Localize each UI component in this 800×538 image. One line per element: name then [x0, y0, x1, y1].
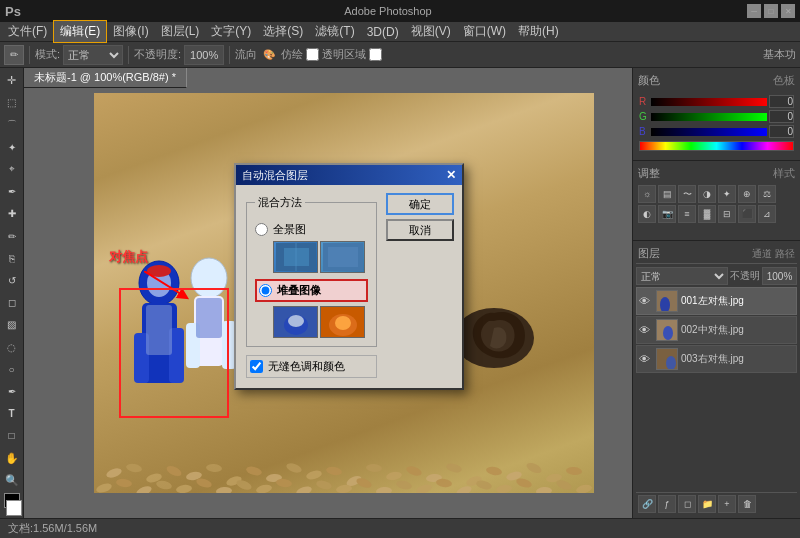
- style-title[interactable]: 样式: [773, 166, 795, 181]
- brush-tool[interactable]: ✏: [1, 225, 23, 246]
- g-label: G: [639, 111, 649, 122]
- marquee-tool[interactable]: ⬚: [1, 92, 23, 113]
- background-color[interactable]: [6, 500, 22, 516]
- stack-radio[interactable]: [259, 284, 272, 297]
- blur-tool[interactable]: ◌: [1, 336, 23, 357]
- posterize-icon[interactable]: ⬛: [738, 205, 756, 223]
- menu-3d[interactable]: 3D(D): [361, 23, 405, 41]
- lasso-tool[interactable]: ⌒: [1, 114, 23, 135]
- panorama-option[interactable]: 全景图: [255, 222, 368, 237]
- r-bar[interactable]: [651, 98, 767, 106]
- minimize-btn[interactable]: ─: [747, 4, 761, 18]
- svg-point-26: [135, 484, 153, 493]
- magic-wand-tool[interactable]: ✦: [1, 137, 23, 158]
- layer-visibility-3[interactable]: 👁: [639, 353, 653, 365]
- svg-point-79: [666, 356, 676, 370]
- exposure-icon[interactable]: ◑: [698, 185, 716, 203]
- layer-item[interactable]: 👁 001左对焦.jpg: [636, 287, 797, 315]
- gradient-tool[interactable]: ▨: [1, 314, 23, 335]
- crop-tool[interactable]: ⌖: [1, 159, 23, 180]
- layer-visibility-2[interactable]: 👁: [639, 324, 653, 336]
- g-value[interactable]: [769, 110, 794, 123]
- brightness-icon[interactable]: ☼: [638, 185, 656, 203]
- threshold-icon[interactable]: ⊿: [758, 205, 776, 223]
- layer-thumb-3: [656, 348, 678, 370]
- ok-button[interactable]: 确定: [386, 193, 454, 215]
- b-value[interactable]: [769, 125, 794, 138]
- layer-item[interactable]: 👁 002中对焦.jpg: [636, 316, 797, 344]
- stack-option[interactable]: 堆叠图像: [255, 279, 368, 302]
- menu-select[interactable]: 选择(S): [257, 21, 309, 42]
- opacity-text: 不透明: [730, 269, 760, 283]
- mode-select[interactable]: 正常: [63, 45, 123, 65]
- menu-help[interactable]: 帮助(H): [512, 21, 565, 42]
- pen-tool[interactable]: ✒: [1, 381, 23, 402]
- new-group-btn[interactable]: 📁: [698, 495, 716, 513]
- zoom-tool[interactable]: 🔍: [1, 470, 23, 491]
- menu-image[interactable]: 图像(I): [107, 21, 154, 42]
- svg-point-38: [376, 486, 393, 493]
- colorramp-icon[interactable]: ▓: [698, 205, 716, 223]
- eraser-tool[interactable]: ◻: [1, 292, 23, 313]
- rainbow-bar[interactable]: [639, 141, 794, 151]
- bw-icon[interactable]: ◐: [638, 205, 656, 223]
- close-btn[interactable]: ✕: [781, 4, 795, 18]
- menu-edit[interactable]: 编辑(E): [53, 20, 107, 43]
- menu-file[interactable]: 文件(F): [2, 21, 53, 42]
- hue-icon[interactable]: ⊕: [738, 185, 756, 203]
- menu-text[interactable]: 文字(Y): [205, 21, 257, 42]
- layer-item[interactable]: 👁 003右对焦.jpg: [636, 345, 797, 373]
- menu-window[interactable]: 窗口(W): [457, 21, 512, 42]
- paths-tab[interactable]: 路径: [775, 247, 795, 261]
- b-bar[interactable]: [651, 128, 767, 136]
- menu-layer[interactable]: 图层(L): [155, 21, 206, 42]
- curves-icon[interactable]: 〜: [678, 185, 696, 203]
- blend-method-legend: 混合方法: [255, 195, 305, 210]
- invert-icon[interactable]: ⊟: [718, 205, 736, 223]
- r-label: R: [639, 96, 649, 107]
- panorama-radio[interactable]: [255, 223, 268, 236]
- cancel-button[interactable]: 取消: [386, 219, 454, 241]
- menu-filter[interactable]: 滤镜(T): [309, 21, 360, 42]
- layers-title: 图层: [638, 246, 660, 261]
- eyedropper-tool[interactable]: ✒: [1, 181, 23, 202]
- dodge-tool[interactable]: ○: [1, 359, 23, 380]
- dialog-close-btn[interactable]: ✕: [446, 168, 456, 182]
- swatches-tab[interactable]: 色板: [773, 73, 795, 88]
- link-layers-btn[interactable]: 🔗: [638, 495, 656, 513]
- vibrance-icon[interactable]: ✦: [718, 185, 736, 203]
- canvas-tab[interactable]: 未标题-1 @ 100%(RGB/8#) *: [24, 68, 187, 88]
- dialog-title-bar[interactable]: 自动混合图层 ✕: [236, 165, 462, 185]
- colorbalance-icon[interactable]: ⚖: [758, 185, 776, 203]
- seamless-checkbox-row[interactable]: 无缝色调和颜色: [246, 355, 377, 378]
- clone-stamp-tool[interactable]: ⎘: [1, 248, 23, 269]
- add-style-btn[interactable]: ƒ: [658, 495, 676, 513]
- seamless-checkbox[interactable]: [250, 360, 263, 373]
- airbrush-icon[interactable]: 🎨: [260, 46, 278, 64]
- new-layer-btn[interactable]: +: [718, 495, 736, 513]
- layer-opacity[interactable]: [762, 267, 797, 285]
- svg-point-13: [366, 463, 383, 472]
- g-bar[interactable]: [651, 113, 767, 121]
- r-value[interactable]: [769, 95, 794, 108]
- text-tool[interactable]: T: [1, 403, 23, 424]
- photo-icon[interactable]: 📷: [658, 205, 676, 223]
- hand-tool[interactable]: ✋: [1, 447, 23, 468]
- healing-tool[interactable]: ✚: [1, 203, 23, 224]
- clear-checkbox[interactable]: [369, 48, 382, 61]
- add-mask-btn[interactable]: ◻: [678, 495, 696, 513]
- opacity-input[interactable]: [184, 45, 224, 65]
- svg-point-40: [415, 483, 433, 493]
- shape-tool[interactable]: □: [1, 425, 23, 446]
- channels-tab[interactable]: 通道: [752, 247, 772, 261]
- simulate-checkbox[interactable]: [306, 48, 319, 61]
- layer-visibility-1[interactable]: 👁: [639, 295, 653, 307]
- delete-layer-btn[interactable]: 🗑: [738, 495, 756, 513]
- levels-icon[interactable]: ▤: [658, 185, 676, 203]
- history-brush-tool[interactable]: ↺: [1, 270, 23, 291]
- menu-view[interactable]: 视图(V): [405, 21, 457, 42]
- channelmixer-icon[interactable]: ≡: [678, 205, 696, 223]
- maximize-btn[interactable]: □: [764, 4, 778, 18]
- blend-mode-select[interactable]: 正常: [636, 267, 728, 285]
- move-tool[interactable]: ✛: [1, 70, 23, 91]
